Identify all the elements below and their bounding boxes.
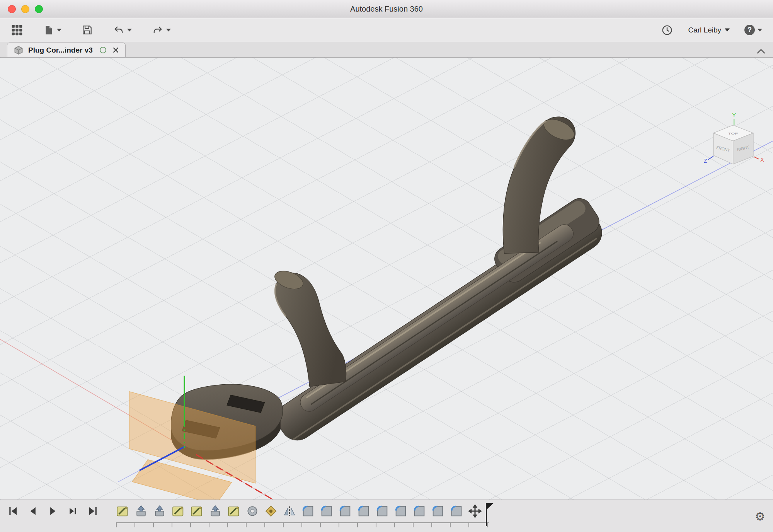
viewcube-axis-label-x: X	[760, 157, 764, 163]
clock-icon	[661, 24, 673, 36]
viewcube-axis-label-y: Y	[732, 112, 736, 118]
viewcube-label-top: TOP	[728, 132, 738, 135]
skip-to-start-button[interactable]	[7, 505, 19, 517]
redo-button[interactable]	[152, 25, 171, 35]
timeline-feature-extrude-icon[interactable]	[209, 505, 222, 518]
document-tabbar: Plug Cor...inder v3	[0, 42, 773, 58]
fusion-window: Autodesk Fusion 360	[0, 0, 773, 532]
timeline-feature-fillet-icon[interactable]	[450, 505, 463, 518]
timeline-feature-sketch-icon[interactable]	[172, 505, 185, 518]
timeline-feature-mirror-icon[interactable]	[283, 505, 296, 518]
save-icon	[82, 24, 93, 36]
close-icon	[112, 47, 119, 53]
timeline-feature-fillet-icon[interactable]	[431, 505, 444, 518]
file-icon	[43, 24, 54, 36]
undo-arrow-icon	[113, 25, 124, 35]
step-forward-button[interactable]	[67, 505, 79, 517]
timeline-feature-fillet-icon[interactable]	[301, 505, 315, 518]
timeline-feature-sketch-icon[interactable]	[190, 505, 203, 518]
user-account-menu[interactable]: Carl Leiby	[688, 26, 730, 34]
chevron-down-icon	[725, 28, 730, 32]
chevron-down-icon	[758, 29, 762, 32]
undo-button[interactable]	[113, 25, 132, 35]
apps-grid-icon	[11, 24, 23, 36]
timeline-features	[116, 505, 482, 518]
job-status-button[interactable]	[661, 24, 673, 36]
timeline-feature-fillet-icon[interactable]	[376, 505, 389, 518]
model-body[interactable]	[171, 115, 611, 460]
close-document-button[interactable]	[112, 47, 119, 53]
step-back-button[interactable]	[27, 505, 39, 517]
viewport-3d[interactable]: TOP FRONT RIGHT Y X Z	[0, 58, 773, 500]
toolbar-right: Carl Leiby ?	[661, 24, 762, 36]
skip-to-end-button[interactable]	[87, 505, 99, 517]
timeline-marker[interactable]	[482, 502, 492, 528]
timeline-marker-line	[486, 503, 487, 526]
chevron-down-icon	[127, 29, 132, 32]
toolbar: Carl Leiby ?	[0, 18, 773, 42]
timeline-scrubber[interactable]	[116, 522, 489, 527]
data-panel-button[interactable]	[11, 24, 23, 36]
viewcube-axis-label-z: Z	[704, 158, 707, 164]
collapse-toolbar-button[interactable]	[756, 48, 766, 54]
user-name: Carl Leiby	[688, 26, 721, 34]
chevron-down-icon	[57, 29, 61, 32]
timeline-marker-flag	[487, 503, 494, 509]
timeline-bar: ⚙	[0, 500, 773, 532]
timeline-feature-move-icon[interactable]	[468, 505, 482, 518]
window-title: Autodesk Fusion 360	[0, 0, 773, 18]
redo-arrow-icon	[152, 25, 163, 35]
document-tab[interactable]: Plug Cor...inder v3	[7, 43, 126, 57]
help-menu-button[interactable]: ?	[744, 25, 762, 35]
timeline-feature-fillet-icon[interactable]	[394, 505, 407, 518]
document-tab-title: Plug Cor...inder v3	[28, 46, 93, 55]
scene-canvas: TOP FRONT RIGHT Y X Z	[0, 58, 773, 500]
gear-icon: ⚙	[755, 510, 765, 523]
timeline-feature-fillet-icon[interactable]	[413, 505, 426, 518]
titlebar: Autodesk Fusion 360	[0, 0, 773, 18]
timeline-playback-controls	[7, 505, 99, 517]
part-hook-small[interactable]	[272, 268, 346, 387]
timeline-feature-sketch-icon[interactable]	[116, 505, 129, 518]
timeline-feature-fillet-icon[interactable]	[357, 505, 370, 518]
play-button[interactable]	[47, 505, 59, 517]
timeline-feature-extrude-icon[interactable]	[153, 505, 166, 518]
timeline-feature-fillet-icon[interactable]	[320, 505, 333, 518]
save-status-indicator	[100, 47, 106, 53]
file-menu-button[interactable]	[43, 24, 61, 36]
timeline-feature-sweep-icon[interactable]	[246, 505, 259, 518]
document-cube-icon	[14, 45, 24, 55]
timeline-feature-fillet-icon[interactable]	[339, 505, 352, 518]
help-icon: ?	[744, 25, 755, 35]
timeline-feature-hole-icon[interactable]	[264, 505, 278, 518]
timeline-feature-sketch-icon[interactable]	[227, 505, 240, 518]
timeline-settings-button[interactable]: ⚙	[755, 511, 765, 522]
chevron-down-icon	[166, 29, 171, 32]
viewcube-x-axis	[754, 157, 759, 159]
timeline-feature-extrude-icon[interactable]	[135, 505, 148, 518]
viewcube-z-axis	[708, 156, 713, 160]
save-button[interactable]	[82, 24, 93, 36]
chevron-up-icon	[756, 48, 766, 54]
view-cube[interactable]: TOP FRONT RIGHT Y X Z	[704, 112, 764, 164]
